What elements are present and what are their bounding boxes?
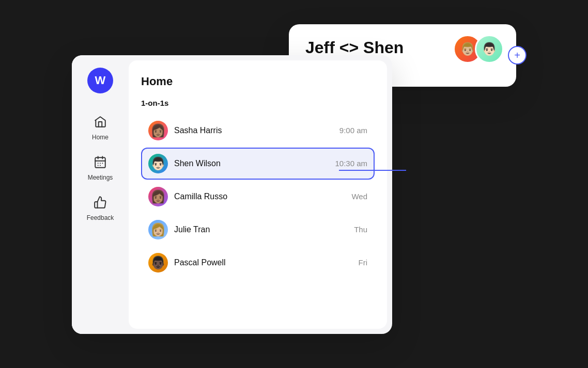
page-title: Home [141,75,375,88]
main-content: Home 1-on-1s Sasha Harris 9:00 am Shen [129,60,387,329]
sidebar-item-home-label: Home [92,134,109,141]
meeting-name-camilla: Camilla Russo [174,192,345,201]
avatar-sasha [148,121,168,140]
section-title: 1-on-1s [141,99,375,107]
sidebar-item-home[interactable]: Home [79,109,122,147]
meeting-name-pascal: Pascal Powell [174,258,352,267]
sidebar-item-meetings[interactable]: Meetings [79,149,122,187]
meeting-item-camilla[interactable]: Camilla Russo Wed [141,181,375,213]
meeting-time-shen: 10:30 am [335,159,367,168]
meeting-time-julie: Thu [354,225,367,234]
meeting-time-sasha: 9:00 am [339,126,367,135]
add-button[interactable]: + [508,46,527,65]
meeting-item-shen[interactable]: Shen Wilson 10:30 am [141,148,375,180]
svg-rect-0 [95,157,105,168]
sidebar-item-feedback[interactable]: Feedback [79,189,122,228]
meeting-item-sasha[interactable]: Sasha Harris 9:00 am [141,115,375,147]
logo-letter: W [95,74,106,87]
meeting-list: Sasha Harris 9:00 am Shen Wilson 10:30 a… [141,115,375,279]
meeting-name-julie: Julie Tran [174,225,348,234]
meeting-time-pascal: Fri [359,258,368,267]
scene: Jeff <> Shen Tues Aug 12, 10:30AM + W Ho… [72,24,516,344]
app-card: W Home Me [72,55,392,334]
meeting-name-sasha: Sasha Harris [174,126,333,135]
thumbsup-icon [94,196,107,211]
meeting-time-camilla: Wed [351,192,367,201]
avatar-camilla [148,187,168,206]
avatar-julie [148,220,168,239]
sidebar-item-feedback-label: Feedback [87,214,114,221]
meeting-name-shen: Shen Wilson [174,159,329,168]
meeting-item-julie[interactable]: Julie Tran Thu [141,214,375,246]
shen-avatar-detail [475,35,504,63]
detail-avatars [453,35,504,63]
meeting-item-pascal[interactable]: Pascal Powell Fri [141,247,375,279]
sidebar: W Home Me [72,55,129,334]
sidebar-item-meetings-label: Meetings [88,174,113,181]
connector-line [339,170,406,171]
sidebar-logo[interactable]: W [87,68,113,93]
avatar-shen [148,154,168,173]
avatar-pascal [148,253,168,273]
home-icon [94,115,107,131]
calendar-icon [94,155,107,171]
